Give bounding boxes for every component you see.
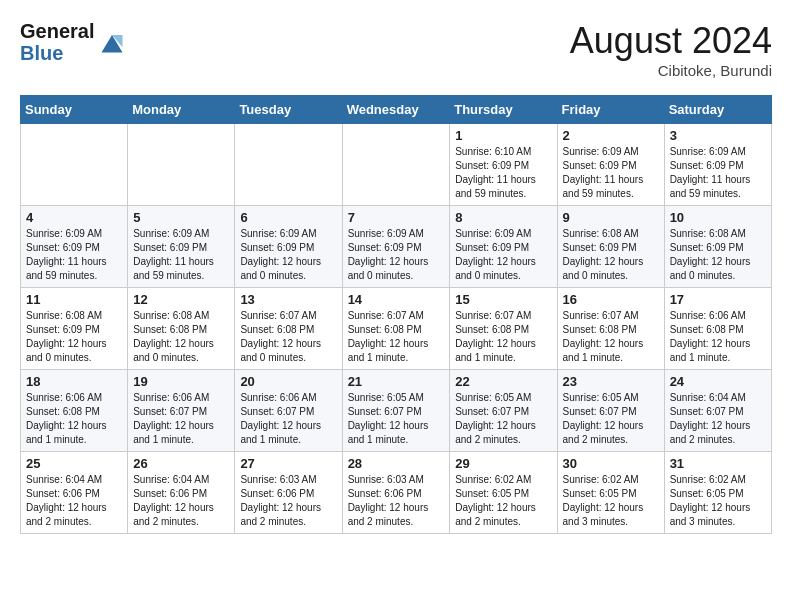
calendar-cell: 13Sunrise: 6:07 AM Sunset: 6:08 PM Dayli… <box>235 288 342 370</box>
calendar-cell: 8Sunrise: 6:09 AM Sunset: 6:09 PM Daylig… <box>450 206 557 288</box>
calendar-cell: 28Sunrise: 6:03 AM Sunset: 6:06 PM Dayli… <box>342 452 450 534</box>
calendar-cell: 17Sunrise: 6:06 AM Sunset: 6:08 PM Dayli… <box>664 288 771 370</box>
day-number: 4 <box>26 210 122 225</box>
day-info: Sunrise: 6:08 AM Sunset: 6:09 PM Dayligh… <box>670 227 766 283</box>
day-info: Sunrise: 6:09 AM Sunset: 6:09 PM Dayligh… <box>26 227 122 283</box>
calendar-cell: 12Sunrise: 6:08 AM Sunset: 6:08 PM Dayli… <box>128 288 235 370</box>
day-number: 3 <box>670 128 766 143</box>
calendar-cell: 18Sunrise: 6:06 AM Sunset: 6:08 PM Dayli… <box>21 370 128 452</box>
day-info: Sunrise: 6:06 AM Sunset: 6:08 PM Dayligh… <box>670 309 766 365</box>
calendar-cell: 19Sunrise: 6:06 AM Sunset: 6:07 PM Dayli… <box>128 370 235 452</box>
day-number: 5 <box>133 210 229 225</box>
calendar-cell: 10Sunrise: 6:08 AM Sunset: 6:09 PM Dayli… <box>664 206 771 288</box>
day-number: 28 <box>348 456 445 471</box>
day-info: Sunrise: 6:04 AM Sunset: 6:06 PM Dayligh… <box>26 473 122 529</box>
day-number: 24 <box>670 374 766 389</box>
logo-icon <box>98 28 126 56</box>
weekday-header-friday: Friday <box>557 96 664 124</box>
weekday-header-row: SundayMondayTuesdayWednesdayThursdayFrid… <box>21 96 772 124</box>
day-info: Sunrise: 6:08 AM Sunset: 6:09 PM Dayligh… <box>563 227 659 283</box>
weekday-header-monday: Monday <box>128 96 235 124</box>
week-row-5: 25Sunrise: 6:04 AM Sunset: 6:06 PM Dayli… <box>21 452 772 534</box>
day-info: Sunrise: 6:06 AM Sunset: 6:07 PM Dayligh… <box>133 391 229 447</box>
day-info: Sunrise: 6:09 AM Sunset: 6:09 PM Dayligh… <box>240 227 336 283</box>
day-info: Sunrise: 6:05 AM Sunset: 6:07 PM Dayligh… <box>455 391 551 447</box>
calendar-cell <box>235 124 342 206</box>
day-number: 25 <box>26 456 122 471</box>
logo-blue: Blue <box>20 42 94 64</box>
day-number: 12 <box>133 292 229 307</box>
calendar-cell: 25Sunrise: 6:04 AM Sunset: 6:06 PM Dayli… <box>21 452 128 534</box>
calendar-cell: 1Sunrise: 6:10 AM Sunset: 6:09 PM Daylig… <box>450 124 557 206</box>
logo: General Blue <box>20 20 126 64</box>
day-info: Sunrise: 6:07 AM Sunset: 6:08 PM Dayligh… <box>455 309 551 365</box>
calendar-cell: 26Sunrise: 6:04 AM Sunset: 6:06 PM Dayli… <box>128 452 235 534</box>
calendar-cell: 27Sunrise: 6:03 AM Sunset: 6:06 PM Dayli… <box>235 452 342 534</box>
day-info: Sunrise: 6:09 AM Sunset: 6:09 PM Dayligh… <box>133 227 229 283</box>
calendar-cell: 23Sunrise: 6:05 AM Sunset: 6:07 PM Dayli… <box>557 370 664 452</box>
day-number: 31 <box>670 456 766 471</box>
weekday-header-wednesday: Wednesday <box>342 96 450 124</box>
day-number: 6 <box>240 210 336 225</box>
weekday-header-saturday: Saturday <box>664 96 771 124</box>
day-number: 19 <box>133 374 229 389</box>
day-info: Sunrise: 6:08 AM Sunset: 6:08 PM Dayligh… <box>133 309 229 365</box>
location: Cibitoke, Burundi <box>570 62 772 79</box>
day-info: Sunrise: 6:04 AM Sunset: 6:06 PM Dayligh… <box>133 473 229 529</box>
calendar-cell: 9Sunrise: 6:08 AM Sunset: 6:09 PM Daylig… <box>557 206 664 288</box>
day-info: Sunrise: 6:02 AM Sunset: 6:05 PM Dayligh… <box>563 473 659 529</box>
day-number: 2 <box>563 128 659 143</box>
calendar-cell: 30Sunrise: 6:02 AM Sunset: 6:05 PM Dayli… <box>557 452 664 534</box>
week-row-1: 1Sunrise: 6:10 AM Sunset: 6:09 PM Daylig… <box>21 124 772 206</box>
calendar-cell: 4Sunrise: 6:09 AM Sunset: 6:09 PM Daylig… <box>21 206 128 288</box>
day-number: 8 <box>455 210 551 225</box>
day-number: 20 <box>240 374 336 389</box>
calendar-cell: 7Sunrise: 6:09 AM Sunset: 6:09 PM Daylig… <box>342 206 450 288</box>
calendar-cell: 20Sunrise: 6:06 AM Sunset: 6:07 PM Dayli… <box>235 370 342 452</box>
day-info: Sunrise: 6:03 AM Sunset: 6:06 PM Dayligh… <box>348 473 445 529</box>
day-info: Sunrise: 6:07 AM Sunset: 6:08 PM Dayligh… <box>240 309 336 365</box>
day-info: Sunrise: 6:06 AM Sunset: 6:07 PM Dayligh… <box>240 391 336 447</box>
day-number: 13 <box>240 292 336 307</box>
day-info: Sunrise: 6:03 AM Sunset: 6:06 PM Dayligh… <box>240 473 336 529</box>
day-info: Sunrise: 6:09 AM Sunset: 6:09 PM Dayligh… <box>455 227 551 283</box>
day-number: 10 <box>670 210 766 225</box>
calendar-cell <box>342 124 450 206</box>
day-number: 30 <box>563 456 659 471</box>
day-number: 14 <box>348 292 445 307</box>
day-info: Sunrise: 6:07 AM Sunset: 6:08 PM Dayligh… <box>348 309 445 365</box>
day-number: 26 <box>133 456 229 471</box>
day-number: 11 <box>26 292 122 307</box>
calendar-cell <box>128 124 235 206</box>
day-number: 18 <box>26 374 122 389</box>
day-number: 27 <box>240 456 336 471</box>
calendar-cell: 16Sunrise: 6:07 AM Sunset: 6:08 PM Dayli… <box>557 288 664 370</box>
title-block: August 2024 Cibitoke, Burundi <box>570 20 772 79</box>
day-number: 7 <box>348 210 445 225</box>
day-number: 21 <box>348 374 445 389</box>
weekday-header-thursday: Thursday <box>450 96 557 124</box>
day-info: Sunrise: 6:04 AM Sunset: 6:07 PM Dayligh… <box>670 391 766 447</box>
day-number: 22 <box>455 374 551 389</box>
day-info: Sunrise: 6:10 AM Sunset: 6:09 PM Dayligh… <box>455 145 551 201</box>
calendar-table: SundayMondayTuesdayWednesdayThursdayFrid… <box>20 95 772 534</box>
calendar-cell: 14Sunrise: 6:07 AM Sunset: 6:08 PM Dayli… <box>342 288 450 370</box>
day-info: Sunrise: 6:09 AM Sunset: 6:09 PM Dayligh… <box>348 227 445 283</box>
day-number: 9 <box>563 210 659 225</box>
logo-general: General <box>20 20 94 42</box>
calendar-cell: 31Sunrise: 6:02 AM Sunset: 6:05 PM Dayli… <box>664 452 771 534</box>
day-info: Sunrise: 6:02 AM Sunset: 6:05 PM Dayligh… <box>670 473 766 529</box>
weekday-header-sunday: Sunday <box>21 96 128 124</box>
calendar-cell <box>21 124 128 206</box>
day-number: 17 <box>670 292 766 307</box>
page-header: General Blue August 2024 Cibitoke, Burun… <box>20 20 772 79</box>
week-row-3: 11Sunrise: 6:08 AM Sunset: 6:09 PM Dayli… <box>21 288 772 370</box>
calendar-cell: 29Sunrise: 6:02 AM Sunset: 6:05 PM Dayli… <box>450 452 557 534</box>
month-title: August 2024 <box>570 20 772 62</box>
calendar-cell: 2Sunrise: 6:09 AM Sunset: 6:09 PM Daylig… <box>557 124 664 206</box>
day-info: Sunrise: 6:07 AM Sunset: 6:08 PM Dayligh… <box>563 309 659 365</box>
calendar-cell: 22Sunrise: 6:05 AM Sunset: 6:07 PM Dayli… <box>450 370 557 452</box>
day-info: Sunrise: 6:09 AM Sunset: 6:09 PM Dayligh… <box>670 145 766 201</box>
day-info: Sunrise: 6:06 AM Sunset: 6:08 PM Dayligh… <box>26 391 122 447</box>
day-info: Sunrise: 6:02 AM Sunset: 6:05 PM Dayligh… <box>455 473 551 529</box>
